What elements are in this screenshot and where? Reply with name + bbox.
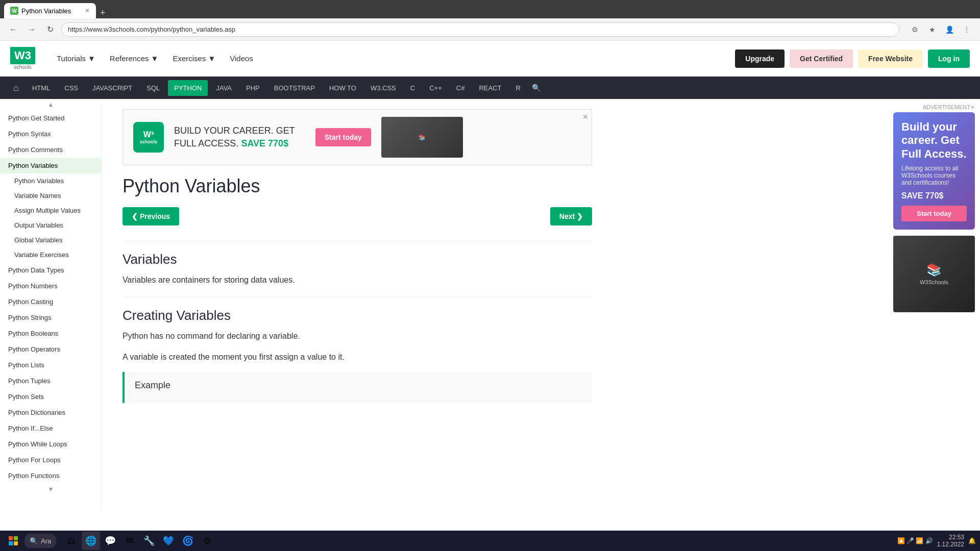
sidebar-item-data-types[interactable]: Python Data Types: [0, 262, 102, 278]
creating-variables-title: Creating Variables: [122, 308, 592, 323]
login-button[interactable]: Log in: [928, 49, 970, 68]
lang-nav-php[interactable]: PHP: [240, 80, 266, 96]
w3schools-logo[interactable]: W3 schools: [10, 47, 35, 70]
taskbar-item-explorer[interactable]: 🗂: [62, 532, 81, 550]
address-bar-row: ← → ↻ https://www.w3schools.com/python/p…: [0, 18, 980, 41]
sidebar-item-variable-exercises[interactable]: Variable Exercises: [0, 247, 102, 262]
lang-nav-java[interactable]: JAVA: [210, 80, 238, 96]
lang-nav-react[interactable]: REACT: [473, 80, 507, 96]
lang-nav-css[interactable]: CSS: [58, 80, 84, 96]
sidebar-scroll-down[interactable]: ▼: [0, 484, 102, 495]
right-ad-img-icon: 📚: [920, 263, 948, 277]
tutorials-menu[interactable]: Tutorials ▼: [51, 50, 102, 67]
lang-nav-w3css[interactable]: W3.CSS: [364, 80, 402, 96]
taskbar-item-browser[interactable]: 🌐: [82, 532, 100, 550]
sidebar-item-variables-parent[interactable]: Python Variables: [0, 158, 102, 173]
reload-button[interactable]: ↻: [43, 22, 57, 37]
main-layout: ▲ Python Get Started Python Syntax Pytho…: [0, 99, 980, 510]
free-website-button[interactable]: Free Website: [858, 49, 923, 68]
right-ad-start-button[interactable]: Start today: [901, 206, 967, 221]
get-certified-button[interactable]: Get Certified: [790, 49, 853, 68]
example-title: Example: [135, 380, 582, 391]
ad-header-text: ADVERTISEMENT: [923, 104, 970, 110]
sidebar-item-lists[interactable]: Python Lists: [0, 357, 102, 373]
taskbar-search[interactable]: 🔍 Ara: [24, 534, 56, 548]
sidebar-item-variables-active[interactable]: Python Variables: [0, 173, 102, 188]
home-icon[interactable]: ⌂: [8, 79, 24, 97]
sidebar-item-if-else[interactable]: Python If...Else: [0, 420, 102, 436]
browser-tab[interactable]: W Python Variables ✕: [4, 3, 96, 18]
taskbar-item-mail[interactable]: ✉: [120, 532, 139, 550]
lang-nav-python[interactable]: PYTHON: [168, 80, 208, 96]
lang-nav-cpp[interactable]: C++: [423, 80, 448, 96]
lang-nav-c[interactable]: C: [404, 80, 421, 96]
sidebar-item-get-started[interactable]: Python Get Started: [0, 110, 102, 126]
sidebar-item-assign-multiple[interactable]: Assign Multiple Values: [0, 203, 102, 218]
language-navigation: ⌂ HTML CSS JAVASCRIPT SQL PYTHON JAVA PH…: [0, 77, 980, 99]
menu-button[interactable]: ⋮: [960, 22, 974, 37]
address-bar[interactable]: https://www.w3schools.com/python/python_…: [61, 22, 899, 37]
previous-button[interactable]: ❮ Previous: [122, 207, 179, 226]
tab-close-button[interactable]: ✕: [85, 7, 90, 14]
right-ad-image: 📚 W3Schools: [893, 236, 975, 312]
clock-time: 22:53: [937, 534, 964, 541]
extensions-button[interactable]: ⚙: [908, 22, 922, 37]
lang-nav-javascript[interactable]: JAVASCRIPT: [86, 80, 138, 96]
next-button[interactable]: Next ❯: [550, 207, 592, 226]
sidebar-item-operators[interactable]: Python Operators: [0, 341, 102, 357]
notification-icon[interactable]: 🔔: [968, 537, 976, 544]
profile-button[interactable]: 👤: [942, 22, 957, 37]
variables-section-title: Variables: [122, 252, 592, 267]
search-icon[interactable]: 🔍: [529, 84, 544, 92]
right-ad-header: ADVERTISEMENT ✕: [893, 104, 975, 110]
start-button[interactable]: [4, 532, 22, 550]
sidebar-item-casting[interactable]: Python Casting: [0, 294, 102, 310]
page-title: Python Variables: [122, 176, 592, 197]
lang-nav-howto[interactable]: HOW TO: [323, 80, 362, 96]
bookmark-button[interactable]: ★: [925, 22, 939, 37]
sidebar-item-while-loops[interactable]: Python While Loops: [0, 436, 102, 452]
sidebar-item-for-loops[interactable]: Python For Loops: [0, 452, 102, 468]
creating-variables-text2: A variable is created the moment you fir…: [122, 350, 592, 364]
sidebar-item-dictionaries[interactable]: Python Dictionaries: [0, 405, 102, 420]
references-label: References: [110, 54, 149, 63]
lang-nav-html[interactable]: HTML: [26, 80, 56, 96]
exercises-menu[interactable]: Exercises ▼: [166, 50, 222, 67]
forward-button[interactable]: →: [24, 22, 39, 37]
sidebar-item-booleans[interactable]: Python Booleans: [0, 325, 102, 341]
sidebar-item-output-variables[interactable]: Output Variables: [0, 218, 102, 233]
sidebar-item-tuples[interactable]: Python Tuples: [0, 373, 102, 389]
lang-nav-csharp[interactable]: C#: [450, 80, 471, 96]
variables-section-text: Variables are containers for storing dat…: [122, 273, 592, 287]
taskbar-clock: 22:53 1.12.2022: [937, 534, 964, 548]
ad-start-button[interactable]: Start today: [315, 128, 371, 146]
upgrade-button[interactable]: Upgrade: [735, 49, 785, 68]
right-ad-close-button[interactable]: ✕: [970, 104, 975, 111]
sidebar-item-strings[interactable]: Python Strings: [0, 310, 102, 325]
new-tab-button[interactable]: +: [96, 8, 110, 18]
lang-nav-bootstrap[interactable]: BOOTSTRAP: [268, 80, 321, 96]
sidebar-item-functions[interactable]: Python Functions: [0, 468, 102, 484]
sidebar-scroll-up[interactable]: ▲: [0, 99, 102, 110]
taskbar-item-discord[interactable]: 💬: [101, 532, 119, 550]
right-ad-title: Build your career. Get Full Access.: [901, 120, 967, 161]
sidebar-item-sets[interactable]: Python Sets: [0, 389, 102, 405]
lang-nav-r[interactable]: R: [509, 80, 526, 96]
ad-close-button[interactable]: ✕: [582, 113, 589, 121]
lang-nav-sql[interactable]: SQL: [140, 80, 166, 96]
videos-link[interactable]: Videos: [224, 50, 259, 67]
right-ad-save-text: SAVE 770$: [901, 191, 967, 201]
taskbar-item-app2[interactable]: ⚙: [198, 532, 216, 550]
taskbar-item-edge[interactable]: 🌀: [179, 532, 197, 550]
tab-favicon: W: [10, 7, 18, 15]
back-button[interactable]: ←: [6, 22, 20, 37]
references-menu[interactable]: References ▼: [104, 50, 165, 67]
sidebar-item-comments[interactable]: Python Comments: [0, 142, 102, 158]
sidebar-item-variable-names[interactable]: Variable Names: [0, 188, 102, 203]
taskbar-item-vscode[interactable]: 💙: [159, 532, 178, 550]
sidebar-item-global-variables[interactable]: Global Variables: [0, 233, 102, 247]
taskbar-item-app1[interactable]: 🔧: [140, 532, 158, 550]
sidebar-item-syntax[interactable]: Python Syntax: [0, 126, 102, 142]
sidebar-item-numbers[interactable]: Python Numbers: [0, 278, 102, 294]
search-icon: 🔍: [30, 537, 38, 545]
